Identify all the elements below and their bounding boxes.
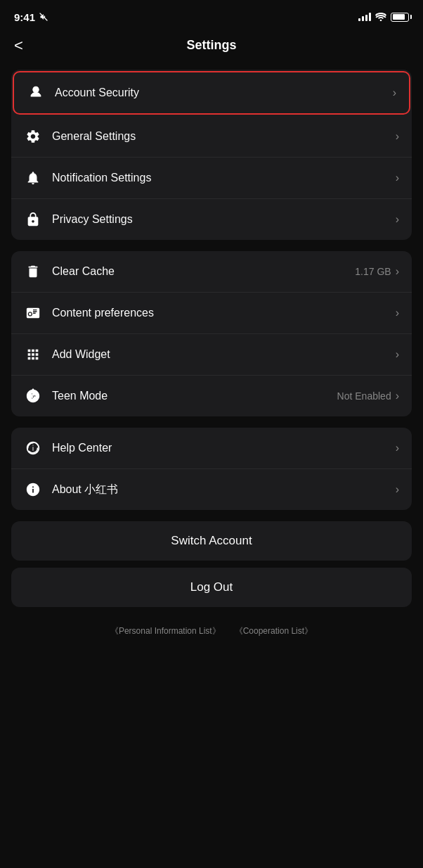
- section-group-3: Help Center › About 小红书 ›: [11, 428, 412, 510]
- add-widget-chevron: ›: [396, 348, 399, 361]
- settings-content: Account Security › General Settings › No…: [0, 64, 423, 650]
- sidebar-item-teen-mode[interactable]: Teen Mode Not Enabled ›: [11, 376, 412, 416]
- privacy-settings-icon: [24, 210, 42, 229]
- about-label: About 小红书: [52, 483, 396, 497]
- add-widget-icon: [24, 345, 42, 364]
- teen-mode-chevron: ›: [396, 390, 399, 402]
- button-group: Switch Account Log Out: [11, 521, 412, 607]
- status-time: 9:41: [14, 11, 48, 23]
- svg-point-2: [32, 388, 34, 390]
- footer-links: 《Personal Information List》 《Cooperation…: [11, 618, 412, 644]
- account-security-chevron: ›: [393, 87, 396, 99]
- sidebar-item-add-widget[interactable]: Add Widget ›: [11, 334, 412, 376]
- signal-bars-icon: [358, 13, 371, 21]
- general-settings-label: General Settings: [52, 130, 396, 143]
- log-out-button[interactable]: Log Out: [11, 568, 412, 607]
- account-security-label: Account Security: [55, 87, 393, 99]
- back-button[interactable]: <: [14, 38, 23, 53]
- page-title: Settings: [186, 38, 236, 53]
- sidebar-item-help-center[interactable]: Help Center ›: [11, 428, 412, 469]
- sidebar-item-content-preferences[interactable]: Content preferences ›: [11, 293, 412, 334]
- help-center-icon: [24, 439, 42, 457]
- wifi-icon: [375, 13, 386, 21]
- privacy-settings-chevron: ›: [396, 213, 399, 226]
- svg-line-7: [34, 397, 35, 400]
- mute-icon: [39, 12, 48, 22]
- privacy-settings-label: Privacy Settings: [52, 213, 396, 226]
- notification-settings-label: Notification Settings: [52, 172, 396, 184]
- sidebar-item-general-settings[interactable]: General Settings ›: [11, 116, 412, 158]
- battery-icon: [391, 13, 409, 22]
- help-center-chevron: ›: [396, 442, 399, 454]
- svg-line-6: [31, 397, 32, 400]
- teen-mode-icon: [24, 387, 42, 405]
- add-widget-label: Add Widget: [52, 348, 396, 361]
- status-icons: [358, 13, 409, 22]
- clear-cache-chevron: ›: [396, 265, 399, 278]
- about-chevron: ›: [396, 483, 399, 496]
- sidebar-item-privacy-settings[interactable]: Privacy Settings ›: [11, 199, 412, 240]
- sidebar-item-about[interactable]: About 小红书 ›: [11, 469, 412, 510]
- section-group-2: Clear Cache 1.17 GB › Content preference…: [11, 251, 412, 416]
- content-preferences-label: Content preferences: [52, 307, 396, 319]
- header: < Settings: [0, 31, 423, 64]
- sidebar-item-clear-cache[interactable]: Clear Cache 1.17 GB ›: [11, 251, 412, 293]
- about-icon: [24, 480, 42, 499]
- content-preferences-chevron: ›: [396, 307, 399, 319]
- clear-cache-icon: [24, 262, 42, 281]
- clear-cache-label: Clear Cache: [52, 265, 355, 278]
- clear-cache-value: 1.17 GB: [355, 266, 391, 277]
- notification-settings-chevron: ›: [396, 172, 399, 184]
- sidebar-item-notification-settings[interactable]: Notification Settings ›: [11, 158, 412, 199]
- personal-info-link[interactable]: 《Personal Information List》: [110, 625, 221, 637]
- sidebar-item-account-security[interactable]: Account Security ›: [13, 71, 410, 115]
- content-preferences-icon: [24, 304, 42, 322]
- notification-settings-icon: [24, 169, 42, 187]
- teen-mode-label: Teen Mode: [52, 390, 337, 402]
- switch-account-button[interactable]: Switch Account: [11, 521, 412, 561]
- help-center-label: Help Center: [52, 442, 396, 454]
- teen-mode-value: Not Enabled: [337, 390, 391, 402]
- general-settings-icon: [24, 127, 42, 146]
- status-bar: 9:41: [0, 0, 423, 31]
- cooperation-link[interactable]: 《Cooperation List》: [235, 625, 313, 637]
- account-security-icon: [27, 84, 45, 102]
- section-group-1: Account Security › General Settings › No…: [11, 70, 412, 240]
- general-settings-chevron: ›: [396, 130, 399, 143]
